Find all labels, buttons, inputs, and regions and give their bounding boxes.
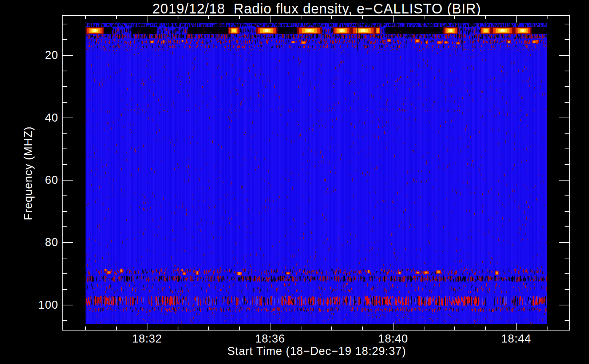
y-major-tick-right xyxy=(559,180,569,181)
x-tick-label: 18:32 xyxy=(116,332,178,345)
x-major-tick-top xyxy=(393,16,394,23)
y-minor-tick-right xyxy=(565,102,569,103)
x-minor-tick xyxy=(116,327,117,330)
x-minor-tick xyxy=(424,327,424,330)
x-minor-tick xyxy=(454,327,455,330)
y-major-tick xyxy=(63,180,73,181)
x-minor-tick-top xyxy=(178,16,178,19)
y-minor-tick-right xyxy=(565,149,569,149)
y-minor-tick xyxy=(63,149,67,149)
y-minor-tick-right xyxy=(565,86,569,87)
y-minor-tick-right xyxy=(565,133,569,134)
x-minor-tick-top xyxy=(485,16,486,19)
x-axis-label: Start Time (18−Dec−19 18:29:37) xyxy=(63,345,571,358)
x-minor-tick-top xyxy=(424,16,424,19)
y-major-tick-right xyxy=(559,118,569,118)
y-tick-label: 20 xyxy=(6,49,58,62)
x-minor-tick xyxy=(85,327,86,330)
y-minor-tick xyxy=(63,71,67,71)
x-tick-label: 18:44 xyxy=(485,332,547,345)
y-major-tick xyxy=(63,305,73,305)
y-minor-tick-right xyxy=(565,226,569,227)
x-minor-tick-top xyxy=(547,16,548,19)
y-minor-tick-right xyxy=(565,273,569,274)
y-minor-tick-right xyxy=(565,211,569,212)
x-major-tick-top xyxy=(516,16,517,23)
x-minor-tick-top xyxy=(454,16,455,19)
y-minor-tick xyxy=(63,226,67,227)
y-minor-tick-right xyxy=(565,195,569,196)
y-major-tick xyxy=(63,118,73,118)
x-minor-tick-top xyxy=(239,16,240,19)
y-minor-tick-right xyxy=(565,24,569,24)
x-major-tick-top xyxy=(270,16,270,23)
x-minor-tick xyxy=(331,327,332,330)
y-minor-tick-right xyxy=(565,164,569,165)
y-major-tick xyxy=(63,242,73,243)
y-minor-tick-right xyxy=(565,39,569,40)
x-major-tick xyxy=(270,323,270,330)
x-minor-tick-top xyxy=(208,16,209,19)
x-major-tick xyxy=(516,323,517,330)
x-major-tick-top xyxy=(147,16,147,23)
x-minor-tick xyxy=(362,327,363,330)
y-minor-tick xyxy=(63,320,67,321)
y-tick-label: 80 xyxy=(6,236,58,249)
y-minor-tick xyxy=(63,39,67,40)
y-minor-tick xyxy=(63,102,67,103)
x-minor-tick-top xyxy=(331,16,332,19)
x-minor-tick xyxy=(208,327,209,330)
x-minor-tick-top xyxy=(85,16,86,19)
y-minor-tick-right xyxy=(565,71,569,71)
x-tick-label: 18:36 xyxy=(239,332,301,345)
y-major-tick xyxy=(63,55,73,56)
y-minor-tick xyxy=(63,86,67,87)
y-minor-tick-right xyxy=(565,320,569,321)
y-minor-tick xyxy=(63,258,67,258)
spectrogram-canvas xyxy=(86,23,547,324)
y-axis-label: Frequency (MHZ) xyxy=(22,126,35,220)
y-minor-tick xyxy=(63,24,67,24)
x-major-tick xyxy=(393,323,394,330)
y-major-tick-right xyxy=(559,55,569,56)
y-minor-tick-right xyxy=(565,289,569,290)
x-minor-tick xyxy=(301,327,301,330)
x-minor-tick-top xyxy=(116,16,117,19)
y-minor-tick xyxy=(63,211,67,212)
y-major-tick-right xyxy=(559,305,569,305)
x-major-tick xyxy=(147,323,147,330)
x-minor-tick-top xyxy=(362,16,363,19)
y-minor-tick xyxy=(63,273,67,274)
y-minor-tick xyxy=(63,164,67,165)
x-tick-label: 18:40 xyxy=(362,332,424,345)
x-minor-tick xyxy=(239,327,240,330)
y-minor-tick xyxy=(63,289,67,290)
x-minor-tick xyxy=(547,327,548,330)
y-minor-tick xyxy=(63,195,67,196)
x-minor-tick-top xyxy=(301,16,301,19)
x-minor-tick xyxy=(178,327,178,330)
y-major-tick-right xyxy=(559,242,569,243)
y-minor-tick-right xyxy=(565,258,569,258)
chart-title: 2019/12/18 Radio flux density, e−CALLIST… xyxy=(63,1,571,17)
spectrogram-figure: 2019/12/18 Radio flux density, e−CALLIST… xyxy=(0,0,589,364)
y-minor-tick xyxy=(63,133,67,134)
y-tick-label: 40 xyxy=(6,112,58,124)
x-minor-tick xyxy=(485,327,486,330)
y-tick-label: 100 xyxy=(6,299,58,311)
